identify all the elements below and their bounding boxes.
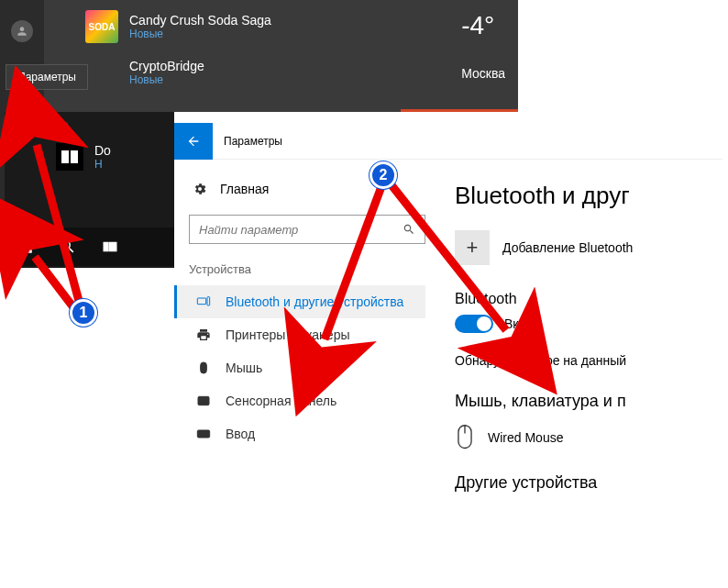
settings-main: Bluetooth и друг + Добавление Bluetooth … [440, 160, 722, 582]
sidebar-home-label: Главная [220, 182, 269, 196]
app-status: Новые [129, 28, 271, 40]
svg-rect-6 [197, 298, 205, 305]
sidebar-item-label: Bluetooth и другие устройства [226, 294, 403, 309]
candy-crush-icon: SODA [85, 10, 118, 43]
sidebar-item-label: Сенсорная панель [226, 394, 336, 408]
gear-icon [193, 182, 207, 196]
svg-rect-4 [104, 243, 108, 251]
app-name: CryptoBridge [129, 59, 204, 73]
weather-accent-bar [401, 109, 518, 112]
mouse-icon [196, 361, 211, 375]
sidebar-group-label: Устройства [189, 262, 425, 276]
sidebar-item-touchpad[interactable]: Сенсорная панель [189, 384, 425, 417]
svg-rect-1 [27, 240, 32, 246]
other-devices-heading: Другие устройства [455, 473, 722, 493]
svg-rect-2 [19, 248, 25, 253]
touchpad-icon [196, 394, 211, 408]
app-dolby[interactable]: Do Н [5, 138, 174, 176]
annotation-marker-2: 2 [370, 161, 397, 189]
app-name: Candy Crush Soda Saga [129, 13, 271, 28]
add-bluetooth-button[interactable]: + Добавление Bluetooth [455, 230, 722, 265]
app-name: Do [94, 143, 111, 158]
svg-rect-5 [109, 243, 116, 251]
start-menu-panel: SODA Candy Crush Soda Saga Новые CryptoB… [5, 0, 518, 112]
search-icon [403, 223, 415, 236]
weather-temp: -4° [461, 11, 505, 40]
weather-tile[interactable]: -4° Москва [461, 11, 505, 81]
dolby-icon [56, 143, 83, 171]
keyboard-icon [196, 427, 211, 441]
settings-titlebar: Параметры [174, 123, 722, 160]
sidebar-item-label: Принтеры и сканеры [226, 327, 349, 342]
sidebar-item-printers[interactable]: Принтеры и сканеры [189, 318, 425, 351]
search-input-wrapper[interactable] [189, 215, 425, 244]
window-title: Параметры [224, 135, 282, 148]
bluetooth-toggle[interactable] [455, 315, 493, 333]
settings-tooltip: Параметры [6, 64, 88, 90]
task-view-button[interactable] [89, 227, 131, 266]
app-cryptobridge[interactable]: CryptoBridge Новые [85, 50, 271, 95]
taskbar [5, 227, 174, 266]
svg-rect-3 [27, 248, 32, 253]
weather-city: Москва [461, 66, 505, 81]
toggle-state-label: Вкл. [504, 316, 530, 331]
printer-icon [196, 327, 211, 342]
discoverable-text: Обнаруживаемое на данный [455, 353, 722, 368]
search-button[interactable] [47, 227, 89, 266]
list-group-letter: D [5, 112, 174, 138]
bluetooth-devices-icon [196, 294, 211, 309]
bluetooth-section-label: Bluetooth [455, 291, 722, 307]
settings-window: Параметры Главная Устройства Bluetooth и… [174, 123, 722, 582]
annotation-marker-1: 1 [70, 299, 97, 327]
device-wired-mouse[interactable]: Wired Mouse [455, 424, 722, 451]
start-button[interactable] [5, 227, 47, 266]
svg-rect-0 [19, 240, 25, 246]
page-title: Bluetooth и друг [455, 182, 722, 210]
sidebar-item-typing[interactable]: Ввод [189, 417, 425, 450]
app-status: Новые [129, 73, 204, 86]
app-status: Н [94, 158, 111, 171]
svg-rect-13 [197, 430, 209, 438]
svg-rect-7 [207, 297, 210, 305]
sidebar-item-bluetooth[interactable]: Bluetooth и другие устройства [174, 285, 425, 318]
mouse-keyboard-heading: Мышь, клавиатура и п [455, 392, 722, 411]
add-bluetooth-label: Добавление Bluetooth [502, 240, 633, 255]
settings-sidebar: Главная Устройства Bluetooth и другие ус… [174, 160, 440, 582]
plus-icon: + [455, 230, 490, 265]
sidebar-item-label: Мышь [226, 361, 262, 375]
user-account-button[interactable] [0, 9, 44, 53]
sidebar-item-label: Ввод [226, 427, 255, 441]
device-name: Wired Mouse [488, 430, 563, 445]
cryptobridge-icon [85, 56, 118, 89]
back-button[interactable] [174, 123, 213, 160]
search-input[interactable] [199, 223, 403, 237]
mouse-device-icon [455, 424, 475, 451]
sidebar-item-mouse[interactable]: Мышь [189, 351, 425, 384]
app-candy-crush[interactable]: SODA Candy Crush Soda Saga Новые [85, 4, 271, 50]
